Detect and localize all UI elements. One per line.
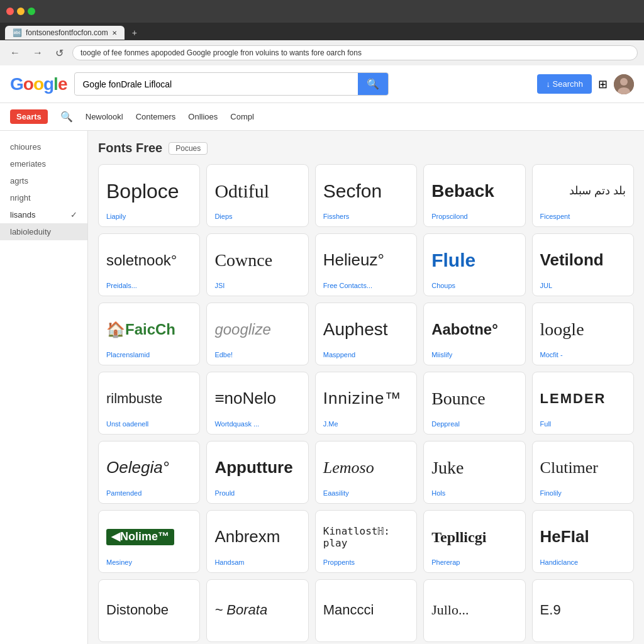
font-card-bounce[interactable]: Bounce Deppreal [423,372,525,435]
font-card-loogle[interactable]: loogle Mocfit - [532,303,634,365]
filter-search-icon[interactable]: 🔍 [60,111,73,123]
new-tab-btn[interactable]: + [127,25,142,40]
close-dot[interactable] [6,8,14,15]
sidebar-label: labioleduity [10,227,51,236]
forward-button[interactable]: → [29,46,47,60]
filters-bar: Searts 🔍 Newolookl Contemers Onllioes Co… [0,103,644,131]
font-label: Masppend [323,351,409,358]
font-label: Wortdquask ... [214,420,300,428]
address-bar-row: ← → ↺ [0,40,644,65]
search-button[interactable]: 🔍 [358,73,388,95]
font-preview: Secfon [323,175,409,208]
font-preview: Cownce [214,244,300,277]
font-preview: Apputture [214,452,300,484]
maximize-dot[interactable] [28,8,35,15]
font-card-faicch[interactable]: 🏠FaicCh Placrenslamid [98,303,200,365]
search-input[interactable] [75,74,358,94]
sidebar-label: nright [10,193,31,203]
font-preview: Lemoso [323,452,409,484]
font-card-soletnook[interactable]: soletnook° Preidals... [98,233,200,296]
font-card-beback[interactable]: Beback Propscilond [423,164,525,227]
font-card-lemoso[interactable]: Lemoso Eaasility [315,441,417,504]
filter-onllioes[interactable]: Onllioes [188,109,218,124]
font-card-clutimer[interactable]: Clutimer Finolily [532,441,634,504]
font-card-borata[interactable]: ~ Borata [206,579,308,642]
logo-letter-g2: g [43,74,53,94]
sidebar-item-nright[interactable]: nright [0,189,87,206]
header-actions: ↓ Searchh ⊞ [537,74,634,94]
font-card-nonovelo[interactable]: ≡noNelo Wortdquask ... [206,372,308,435]
font-card-tepllicgi[interactable]: Tepllicgi Phererap [423,510,525,573]
back-button[interactable]: ← [6,46,24,60]
font-card-juke[interactable]: Juke Hols [423,441,525,504]
font-label: Ficespent [540,213,626,220]
font-card-lemder[interactable]: LEMDER Full [532,372,634,435]
font-card-innizine[interactable]: Innizine™ J.Me [315,372,417,435]
font-card-hefial[interactable]: HeFIal Handiclance [532,510,634,573]
filter-contemers[interactable]: Contemers [136,109,176,124]
font-label: JUL [540,282,626,289]
sidebar-item-chioures[interactable]: chioures [0,138,87,155]
address-bar-input[interactable] [72,45,638,60]
content-area: Fonts Free Pocues Boploce Liapily Odtifu… [88,131,644,644]
font-card-flule[interactable]: Flule Choups [423,233,525,296]
font-preview: ~ Borata [214,590,300,630]
font-preview: Oelegia° [106,452,192,484]
filter-compl[interactable]: Compl [230,109,254,124]
font-card-helieuz[interactable]: Helieuz° Free Contacts... [315,233,417,296]
font-label: Pamtended [106,489,192,497]
font-label: Unst oadenell [106,420,192,428]
font-preview: LEMDER [540,382,626,415]
font-card-e9[interactable]: E.9 [532,579,634,642]
browser-bar [0,0,644,23]
apps-icon[interactable]: ⊞ [598,77,608,91]
font-card-jullo[interactable]: Jullo... [423,579,525,642]
font-card-distonobe[interactable]: Distonobe [98,579,200,642]
font-label: Full [540,420,626,428]
minimize-dot[interactable] [17,8,25,15]
sidebar-item-emeriates[interactable]: emeriates [0,155,87,172]
tab-favicon: 🔤 [13,28,22,37]
font-label: Mesiney [106,558,192,566]
active-tab[interactable]: 🔤 fontsonesfontfocfon.com ✕ [5,26,125,40]
font-preview: Clutimer [540,452,626,484]
logo-letter-l: l [53,74,58,94]
tab-close-btn[interactable]: ✕ [112,30,117,36]
download-button[interactable]: ↓ Searchh [537,74,592,94]
font-preview: Anbrexm [214,521,300,553]
font-card-secfon[interactable]: Secfon Fisshers [315,164,417,227]
sidebar-item-labioleduity[interactable]: labioleduity [0,223,87,240]
font-preview: Jullo... [431,590,517,630]
avatar[interactable] [614,74,634,94]
font-card-odtiful[interactable]: Odtiful Dieps [206,164,308,227]
font-card-arabic[interactable]: بلد دتم سبلد Ficespent [532,164,634,227]
filter-newolookl[interactable]: Newolookl [86,109,123,124]
font-card-rilmbuste[interactable]: rilmbuste Unst oadenell [98,372,200,435]
font-card-manccci[interactable]: Manccci [315,579,417,642]
font-preview: Juke [431,452,517,484]
font-label: Miislify [431,351,517,358]
font-card-kinatlost[interactable]: Kinatlostℍ: play Proppents [315,510,417,573]
sidebar-label: emeriates [10,159,46,169]
font-label: Proppents [323,558,409,566]
font-card-boploce[interactable]: Boploce Liapily [98,164,200,227]
font-card-nolime[interactable]: ◀Nolime™ Mesiney [98,510,200,573]
font-card-apputture[interactable]: Apputture Prould [206,441,308,504]
font-card-auphest[interactable]: Auphest Masppend [315,303,417,365]
sidebar-item-lisands[interactable]: lisands ✓ [0,206,87,223]
font-preview: بلد دتم سبلد [540,175,626,208]
font-label: Mocfit - [540,351,626,358]
focused-badge[interactable]: Pocues [169,142,208,155]
font-card-oelegia[interactable]: Oelegia° Pamtended [98,441,200,504]
font-preview: 🏠FaicCh [106,313,192,346]
font-preview: Aabotne° [431,313,517,346]
refresh-button[interactable]: ↺ [52,46,67,60]
font-card-vetilond[interactable]: Vetilond JUL [532,233,634,296]
sidebar-item-agrts[interactable]: agrts [0,172,87,189]
font-card-cownce[interactable]: Cownce JSI [206,233,308,296]
font-label: Deppreal [431,420,517,428]
font-card-aabotne[interactable]: Aabotne° Miislify [423,303,525,365]
font-card-anbrexm[interactable]: Anbrexm Handsam [206,510,308,573]
font-card-googlize[interactable]: googlize Edbe! [206,303,308,365]
window-controls [6,8,35,15]
